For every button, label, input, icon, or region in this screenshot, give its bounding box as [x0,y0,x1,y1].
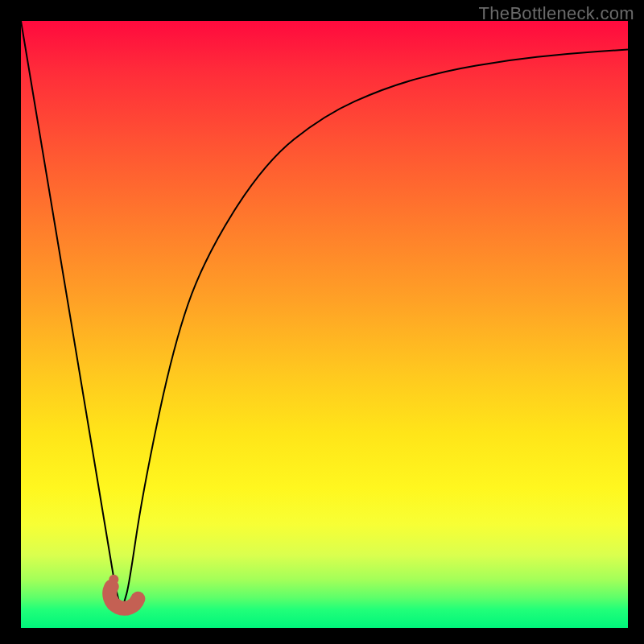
plot-area [21,21,628,628]
background-gradient [21,21,628,628]
chart-frame: TheBottleneck.com [0,0,644,644]
